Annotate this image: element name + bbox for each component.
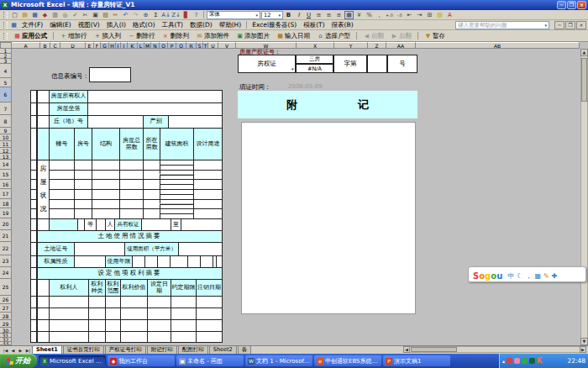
row-header-13[interactable]: 13 xyxy=(0,154,12,160)
cert-number-input-cell[interactable] xyxy=(367,55,387,73)
font-name-combo[interactable]: 宋体▾ xyxy=(207,11,260,19)
cell[interactable] xyxy=(160,160,193,165)
input-date-button[interactable]: ▦输入日期 xyxy=(274,32,312,40)
row-header-18[interactable]: 18 xyxy=(0,199,12,208)
cell[interactable] xyxy=(77,218,84,230)
cell[interactable] xyxy=(119,208,143,218)
cell[interactable] xyxy=(88,308,105,319)
cell[interactable] xyxy=(49,160,74,170)
column-header-AA[interactable]: AA xyxy=(386,42,416,49)
cell[interactable] xyxy=(143,208,160,218)
apply-formula-button[interactable]: ▦应用公式 xyxy=(11,32,50,40)
taskbar-task-3[interactable]: ▣未命名 - 画图 xyxy=(176,355,244,366)
cell[interactable] xyxy=(37,319,49,331)
tenure-cell[interactable] xyxy=(213,255,216,267)
cell[interactable] xyxy=(160,184,193,189)
row-header-5[interactable]: 5 xyxy=(0,78,12,87)
borders-icon[interactable]: ⊞ xyxy=(425,11,434,19)
font-size-combo[interactable]: 12▾ xyxy=(261,11,283,19)
tray-icon-k[interactable]: K xyxy=(537,358,542,364)
column-header-J[interactable]: J xyxy=(121,42,128,49)
format-painter-icon[interactable]: ✏ xyxy=(111,11,120,19)
row-header-10[interactable]: 10 xyxy=(0,134,12,141)
cell[interactable] xyxy=(171,296,196,308)
sort-descending-icon[interactable]: Z↓ xyxy=(171,11,181,19)
cell[interactable] xyxy=(49,179,74,189)
cell[interactable] xyxy=(193,208,223,218)
tray-icon-pink[interactable]: ● xyxy=(514,358,520,364)
cut-icon[interactable]: ✂ xyxy=(81,11,90,19)
column-header-Q[interactable]: Q xyxy=(176,42,186,49)
row-header-16[interactable]: 16 xyxy=(0,180,12,189)
redo-icon[interactable]: ↷ xyxy=(131,11,140,19)
cell[interactable] xyxy=(74,179,92,189)
cell[interactable] xyxy=(92,170,119,180)
location-input-cell[interactable] xyxy=(87,103,223,115)
select-layout-button[interactable]: ⌂选择户型 xyxy=(314,32,353,40)
cell[interactable] xyxy=(37,296,49,308)
cell[interactable] xyxy=(49,319,88,331)
column-header-D[interactable]: D xyxy=(60,42,86,49)
tenure-cell[interactable] xyxy=(132,255,144,267)
cell[interactable] xyxy=(119,160,143,170)
row-header-17[interactable]: 17 xyxy=(0,189,12,199)
menu-item-3[interactable]: 视图(V) xyxy=(75,20,103,30)
cert-district-cell[interactable]: 三房 xyxy=(296,55,333,64)
cell[interactable] xyxy=(30,331,37,343)
row-header-7[interactable]: 7 xyxy=(0,103,12,115)
row-header-3[interactable]: 3 xyxy=(0,59,12,64)
spelling-icon[interactable]: ✓ xyxy=(71,11,80,19)
cell[interactable] xyxy=(96,218,105,230)
cell[interactable] xyxy=(105,308,120,319)
column-header-Y[interactable]: Y xyxy=(334,42,368,49)
column-header-Z[interactable]: Z xyxy=(368,42,386,49)
cell[interactable] xyxy=(74,160,92,170)
appendix-content-area[interactable] xyxy=(241,122,416,314)
punctuation-icon[interactable]: ， xyxy=(525,272,532,280)
align-right-icon[interactable]: ≡ xyxy=(334,11,344,19)
scroll-left-button[interactable]: ◀ xyxy=(403,346,410,353)
sort-ascending-icon[interactable]: A↓ xyxy=(161,11,171,19)
cell[interactable] xyxy=(30,267,37,279)
column-header-O[interactable]: O xyxy=(160,42,168,49)
currency-icon[interactable]: ¥ xyxy=(354,11,364,19)
hyperlink-icon[interactable]: ⊕ xyxy=(141,11,150,19)
cell[interactable] xyxy=(49,331,88,343)
menu-item-9[interactable]: Excel服务器(S) xyxy=(249,20,300,30)
taskbar-task-4[interactable]: W文档 1 - Microsoft Word xyxy=(245,355,312,366)
chart-wizard-icon[interactable]: ▊ xyxy=(181,11,191,19)
merge-center-icon[interactable]: ▦ xyxy=(344,11,354,19)
close-button[interactable]: × xyxy=(577,1,586,9)
tray-icon-green[interactable]: ● xyxy=(522,358,528,364)
undo-icon[interactable]: ↶ xyxy=(121,11,130,19)
cell[interactable] xyxy=(160,189,193,194)
toolbar-grip[interactable] xyxy=(3,22,8,29)
column-header-N[interactable]: N xyxy=(151,42,160,49)
cell[interactable] xyxy=(30,189,37,199)
tenure-cell[interactable] xyxy=(187,255,200,267)
cell[interactable] xyxy=(196,319,223,331)
row-header-25[interactable]: 25 xyxy=(0,279,12,296)
add-picture-button[interactable]: ▣添加图片 xyxy=(234,32,272,40)
cell[interactable] xyxy=(120,331,147,343)
cell[interactable] xyxy=(37,90,49,103)
cell[interactable] xyxy=(160,199,193,204)
row-header-30[interactable]: 30 xyxy=(0,328,12,334)
column-header-R[interactable]: R xyxy=(186,42,197,49)
row-header-1[interactable]: 1 xyxy=(0,49,12,54)
taskbar-task-2[interactable]: ◆我的工作台 xyxy=(108,355,175,366)
cell[interactable] xyxy=(171,308,196,319)
row-header-4[interactable]: 4 xyxy=(0,64,12,78)
row-header-32[interactable]: 32 xyxy=(0,338,12,342)
cert-prefix-cell[interactable]: 房权证 xyxy=(238,55,296,73)
decrease-decimal-icon[interactable]: -.0 xyxy=(395,11,404,19)
row-header-14[interactable]: 14 xyxy=(0,160,12,170)
tray-icon-red[interactable]: ● xyxy=(507,358,512,364)
cell[interactable] xyxy=(147,331,171,343)
keyboard-icon[interactable]: ▦ xyxy=(534,272,541,280)
tab-scroll-button-1[interactable]: |◀ xyxy=(2,348,9,353)
percent-icon[interactable]: % xyxy=(365,11,374,19)
cell[interactable] xyxy=(171,331,196,343)
row-header-22[interactable]: 22 xyxy=(0,242,12,255)
cell[interactable] xyxy=(37,103,49,115)
